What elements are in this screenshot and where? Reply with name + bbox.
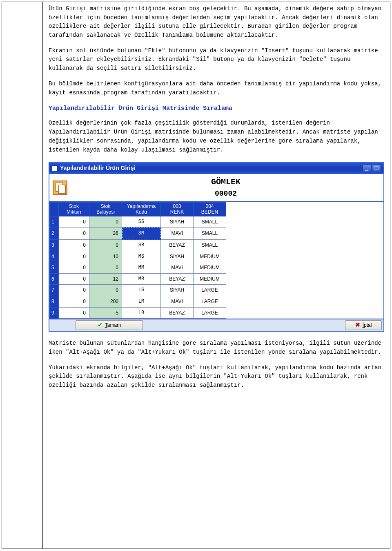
app-icon [52,165,58,171]
miktar-cell[interactable]: 0 [59,239,89,251]
renk-cell[interactable]: SIYAH [161,216,194,228]
maximize-button[interactable]: □ [372,164,381,172]
kod-cell[interactable]: LM [122,296,161,308]
rownum-cell: 6 [50,273,59,285]
col-renk[interactable]: 003 RENK [161,203,194,216]
minimize-icon: _ [365,164,368,173]
table-row[interactable]: 7 0 0 LS SIYAH LARGE [50,285,226,296]
miktar-cell[interactable]: 0 [59,216,89,228]
bakiye-cell[interactable]: 0 [89,262,122,274]
col-rownum[interactable] [50,203,59,216]
kod-cell[interactable]: LB [122,307,161,319]
bakiye-cell[interactable]: 12 [89,273,122,285]
table-row[interactable]: 4 0 10 MS SIYAH MEDIUM [50,251,226,262]
rownum-cell: 8 [50,296,59,308]
table-row[interactable]: 6 0 12 MB BEYAZ MEDIUM [50,273,226,285]
bakiye-cell[interactable]: 5 [89,307,122,319]
table-row[interactable]: 3 0 0 SB BEYAZ SMALL [50,239,226,251]
renk-cell[interactable]: MAVI [161,262,194,274]
table-row[interactable]: 2 0 26 SM MAVI SMALL [50,228,226,239]
col-yapilandirma-kodu[interactable]: Yapılandırma Kodu [122,203,161,216]
miktar-cell[interactable]: 0 [59,285,89,296]
beden-cell[interactable]: MEDIUM [194,251,226,262]
miktar-cell[interactable]: 0 [59,262,89,274]
check-icon: ✔ [98,321,102,330]
minimize-button[interactable]: _ [362,164,371,172]
table-row[interactable]: 9 0 5 LB BEYAZ LARGE [50,307,226,319]
kod-cell-selected[interactable]: SM [122,228,161,239]
table-row[interactable]: 8 0 200 LM MAVI LARGE [50,296,226,308]
beden-cell[interactable]: MEDIUM [194,262,226,274]
col-stok-bakiyesi[interactable]: Stok Bakiyesi [89,203,122,216]
rownum-cell: 5 [50,262,59,274]
renk-cell[interactable]: MAVI [161,296,194,308]
cancel-button[interactable]: ✖ İptal [345,320,382,330]
paragraph-3: Bu bölümde belirlenen konfigürasyonlara … [49,80,384,97]
beden-cell[interactable]: MEDIUM [194,273,226,285]
beden-cell[interactable]: LARGE [194,296,226,308]
rownum-cell: 9 [50,307,59,319]
renk-cell[interactable]: BEYAZ [161,239,194,251]
rownum-cell: 4 [50,251,59,262]
col-stok-miktari[interactable]: Stok Miktarı [59,203,89,216]
bakiye-cell[interactable]: 200 [89,296,122,308]
bakiye-cell[interactable]: 0 [89,239,122,251]
rownum-cell: 3 [50,239,59,251]
kod-cell[interactable]: MS [122,251,161,262]
table-row[interactable]: 5 0 0 MM MAVI MEDIUM [50,262,226,274]
section-heading: Yapılandırılabilir Ürün Girişi Matrisind… [49,104,384,113]
matrix-icon[interactable] [53,181,67,195]
col-renk-l2: RENK [170,209,184,215]
x-icon: ✖ [355,321,360,330]
miktar-cell[interactable]: 0 [59,273,89,285]
renk-cell[interactable]: MAVI [161,228,194,239]
renk-cell[interactable]: BEYAZ [161,273,194,285]
page-wrap: Ürün Girişi matrisine girildiğinde ekran… [2,2,390,549]
kod-cell[interactable]: SS [122,216,161,228]
btnbar-spacer [143,320,345,330]
bakiye-cell[interactable]: 26 [89,228,122,239]
miktar-cell[interactable]: 0 [59,228,89,239]
beden-cell[interactable]: SMALL [194,228,226,239]
kod-cell[interactable]: LS [122,285,161,296]
maximize-icon: □ [375,164,378,173]
rownum-cell: 7 [50,285,59,296]
beden-cell[interactable]: SMALL [194,239,226,251]
col-beden-l1: 004 [205,203,214,209]
miktar-cell[interactable]: 0 [59,251,89,262]
matrix-header: GÖMLEK 00002 [49,174,383,202]
renk-cell[interactable]: BEYAZ [161,307,194,319]
beden-cell[interactable]: LARGE [194,285,226,296]
bakiye-cell[interactable]: 0 [89,285,122,296]
beden-cell[interactable]: SMALL [194,216,226,228]
bakiye-cell[interactable]: 10 [89,251,122,262]
ok-button[interactable]: ✔ Tamam [76,320,143,330]
paragraph-6: Yukarıdaki ekranda bilgiler, "Alt+Aşağı … [49,364,384,390]
bakiye-cell[interactable]: 0 [89,216,122,228]
paragraph-2: Ekranın sol üstünde bulunan "Ekle" buton… [49,47,384,73]
ok-button-label: Tamam [105,321,121,329]
renk-cell[interactable]: SIYAH [161,285,194,296]
kod-cell[interactable]: MM [122,262,161,274]
col-stok-bakiyesi-l1: Stok [100,203,110,209]
miktar-cell[interactable]: 0 [59,307,89,319]
table-row[interactable]: 1 0 0 SS SIYAH SMALL [50,216,226,228]
cancel-rest: ptal [364,322,372,328]
kod-cell[interactable]: SB [122,239,161,251]
rownum-cell: 1 [50,216,59,228]
product-code: 00002 [71,188,380,200]
grid-area: Stok Miktarı Stok Bakiyesi Yapılandırma … [49,202,383,319]
col-beden[interactable]: 004 BEDEN [194,203,226,216]
rownum-cell: 2 [50,228,59,239]
ok-rest: amam [107,322,121,328]
titlebar[interactable]: Yapılandırılabilir Ürün Girişi _ □ [49,163,383,174]
renk-cell[interactable]: SIYAH [161,251,194,262]
app-window: Yapılandırılabilir Ürün Girişi _ □ GÖMLE… [49,162,384,332]
button-bar: ✔ Tamam ✖ İptal [49,319,383,331]
kod-cell[interactable]: MB [122,273,161,285]
miktar-cell[interactable]: 0 [59,296,89,308]
data-grid[interactable]: Stok Miktarı Stok Bakiyesi Yapılandırma … [49,202,226,319]
beden-cell[interactable]: LARGE [194,307,226,319]
col-beden-l2: BEDEN [201,209,218,215]
col-stok-miktari-l1: Stok [69,203,79,209]
